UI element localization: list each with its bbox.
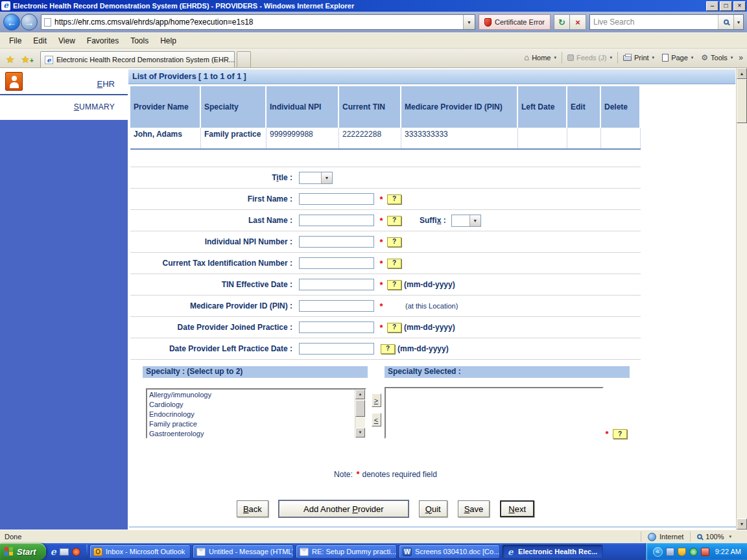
joined-practice-input[interactable] xyxy=(299,321,374,333)
help-button[interactable]: ? xyxy=(381,344,395,354)
refresh-icon[interactable]: ↻ xyxy=(554,14,570,30)
chevron-down-icon[interactable]: ▼ xyxy=(469,215,480,226)
security-shield-icon[interactable] xyxy=(678,548,686,556)
npi-input[interactable] xyxy=(299,236,374,248)
medicare-pin-input[interactable] xyxy=(299,300,374,312)
cell-edit[interactable] xyxy=(567,128,601,148)
listbox-scrollbar[interactable]: ▲ ▼ xyxy=(355,390,365,438)
print-button[interactable]: Print ▾ xyxy=(619,51,658,65)
ie-quick-launch-icon[interactable]: e xyxy=(51,547,56,556)
url-field[interactable]: ▼ xyxy=(41,14,475,30)
menu-file[interactable]: File xyxy=(3,34,27,47)
title-select[interactable]: ▼ xyxy=(299,172,333,184)
specialty-selected-listbox[interactable] xyxy=(385,387,604,439)
taskbar-item-message[interactable]: Untitled - Message (HTML) xyxy=(193,544,294,559)
minimize-button[interactable]: – xyxy=(706,1,718,11)
back-button[interactable]: Back xyxy=(237,500,268,517)
menu-edit[interactable]: Edit xyxy=(27,34,53,47)
search-icon[interactable] xyxy=(718,15,733,29)
specialty-option[interactable]: Endocrinology xyxy=(147,410,355,419)
system-tray: « 9:22 AM xyxy=(645,543,747,560)
forward-icon[interactable]: → xyxy=(21,14,38,30)
menu-help[interactable]: Help xyxy=(154,34,182,47)
vertical-scrollbar[interactable]: ▲ ▼ xyxy=(736,68,747,530)
left-practice-input[interactable] xyxy=(299,343,374,355)
scrollbar-thumb[interactable] xyxy=(355,400,365,417)
chevron-down-icon[interactable]: ▾ xyxy=(691,55,694,60)
stop-icon[interactable]: × xyxy=(570,14,586,30)
form-row-title: Title : ▼ xyxy=(130,167,641,189)
url-input[interactable] xyxy=(54,18,463,27)
messenger-icon[interactable] xyxy=(701,548,709,556)
start-button[interactable]: Start xyxy=(0,543,46,560)
toolbar-overflow-icon[interactable]: » xyxy=(737,53,745,62)
zoom-control[interactable]: 100% ▾ xyxy=(690,531,738,542)
new-tab-stub[interactable] xyxy=(237,51,251,67)
help-button[interactable]: ? xyxy=(613,429,627,439)
close-button[interactable]: × xyxy=(733,1,746,11)
cell-delete[interactable] xyxy=(601,128,641,148)
search-options-dropdown[interactable]: ▼ xyxy=(733,15,743,29)
scrollbar-thumb[interactable] xyxy=(737,79,747,123)
certificate-error-badge[interactable]: Certificate Error xyxy=(479,14,551,30)
help-button[interactable]: ? xyxy=(387,194,401,204)
favorites-center-icon[interactable]: ★ xyxy=(6,56,14,64)
sidebar-link-summary[interactable]: SUMMARY xyxy=(74,102,115,111)
specialty-option[interactable]: Gastroenterology xyxy=(147,429,355,438)
chevron-down-icon[interactable]: ▾ xyxy=(610,55,612,60)
maximize-button[interactable]: □ xyxy=(720,1,732,11)
next-button[interactable]: Next xyxy=(500,500,534,517)
search-input[interactable] xyxy=(590,18,718,27)
show-desktop-icon[interactable] xyxy=(60,548,69,555)
scroll-down-icon[interactable]: ▼ xyxy=(355,428,365,438)
url-history-dropdown[interactable]: ▼ xyxy=(463,15,475,29)
move-right-button[interactable]: > xyxy=(372,393,381,407)
scroll-down-icon[interactable]: ▼ xyxy=(737,519,747,530)
move-left-button[interactable]: < xyxy=(372,413,381,426)
taskbar-item-ie-active[interactable]: e Electronic Health Rec... xyxy=(502,544,603,559)
specialty-option[interactable]: Cardiology xyxy=(147,400,355,410)
suffix-select[interactable]: ▼ xyxy=(451,215,481,227)
page-button[interactable]: Page ▾ xyxy=(658,51,697,65)
home-button[interactable]: ⌂ Home ▾ xyxy=(520,51,560,65)
taskbar-item-word-doc[interactable]: W Screens 030410.doc [Co... xyxy=(399,544,500,559)
help-button[interactable]: ? xyxy=(387,237,401,247)
scroll-up-icon[interactable]: ▲ xyxy=(355,390,365,399)
chevron-down-icon[interactable]: ▾ xyxy=(729,534,731,539)
network-icon[interactable] xyxy=(666,548,674,556)
add-another-provider-button[interactable]: Add Another Provider xyxy=(279,500,409,517)
taskbar-item-outlook[interactable]: O Inbox - Microsoft Outlook xyxy=(89,544,191,559)
chevron-down-icon[interactable]: ▾ xyxy=(652,55,655,60)
specialty-available-listbox[interactable]: Allergy/immunology Cardiology Endocrinol… xyxy=(146,388,366,439)
menu-view[interactable]: View xyxy=(53,34,81,47)
taskbar-item-email[interactable]: RE: Setup Dummy practi... xyxy=(296,544,397,559)
help-button[interactable]: ? xyxy=(387,323,401,332)
save-button[interactable]: Save xyxy=(458,500,490,517)
tools-button[interactable]: ⚙ Tools ▾ xyxy=(697,51,737,65)
media-player-icon[interactable] xyxy=(72,548,80,556)
back-icon[interactable]: ← xyxy=(3,14,20,30)
first-name-input[interactable] xyxy=(299,193,374,205)
menu-tools[interactable]: Tools xyxy=(124,34,154,47)
specialty-option[interactable]: Family practice xyxy=(147,419,355,429)
volume-icon[interactable] xyxy=(689,548,698,556)
sidebar-link-ehr[interactable]: EHR xyxy=(97,79,115,89)
help-button[interactable]: ? xyxy=(387,280,401,290)
menu-favorites[interactable]: Favorites xyxy=(81,34,124,47)
tab-active[interactable]: e Electronic Health Record Demonstration… xyxy=(40,51,235,67)
quit-button[interactable]: Quit xyxy=(419,500,447,517)
chevron-down-icon[interactable]: ▼ xyxy=(321,172,332,183)
specialty-option[interactable]: Allergy/immunology xyxy=(147,390,355,400)
scroll-up-icon[interactable]: ▲ xyxy=(737,68,747,79)
live-search-box[interactable]: ▼ xyxy=(589,14,744,30)
chevron-down-icon[interactable]: ▾ xyxy=(731,55,733,60)
add-favorite-icon[interactable]: ★+ xyxy=(21,56,29,64)
tin-input[interactable] xyxy=(299,257,374,269)
help-button[interactable]: ? xyxy=(387,216,401,226)
feeds-button[interactable]: Feeds (J) ▾ xyxy=(563,51,616,65)
tin-effective-date-input[interactable] xyxy=(299,279,374,290)
help-button[interactable]: ? xyxy=(387,259,401,268)
tray-collapse-icon[interactable]: « xyxy=(653,547,663,557)
last-name-input[interactable] xyxy=(299,215,374,226)
chevron-down-icon[interactable]: ▾ xyxy=(554,55,556,60)
